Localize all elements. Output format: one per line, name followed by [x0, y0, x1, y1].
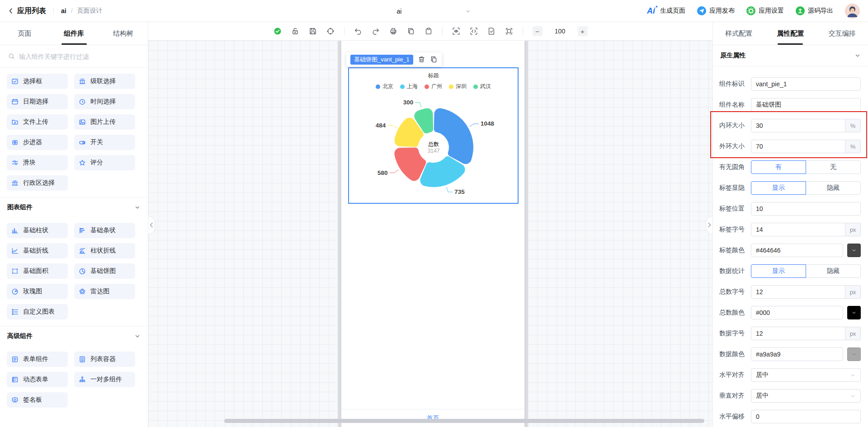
header-action-settings-gear[interactable]: 应用设置: [746, 6, 784, 15]
printer-icon[interactable]: [389, 27, 397, 35]
segment-option-0[interactable]: 显示: [751, 181, 806, 195]
field-control: 居中: [751, 368, 861, 382]
component-item-star[interactable]: 评分: [74, 155, 135, 170]
header-action-ai-logo[interactable]: Ai生成页面: [647, 6, 685, 16]
breadcrumb-app[interactable]: ai: [61, 7, 66, 14]
component-item-rose-chart[interactable]: 玫瑰图: [7, 284, 68, 299]
component-item-switch[interactable]: 开关: [74, 135, 135, 150]
component-search[interactable]: [0, 45, 148, 68]
preview-scan-icon[interactable]: [452, 27, 460, 35]
selected-pie-component[interactable]: 标题 北京 上海 广州 深圳 武汉 1048735580484300总数3147: [348, 67, 519, 204]
segment-option-1[interactable]: 隐藏: [806, 181, 861, 195]
unlock-icon[interactable]: [291, 27, 299, 35]
component-item-combo-chart[interactable]: 柱状折线: [74, 243, 135, 258]
field-input[interactable]: #000: [751, 306, 843, 319]
native-props-section-header[interactable]: 原生属性: [713, 45, 868, 66]
component-item-form[interactable]: 表单组件: [7, 352, 68, 367]
search-input[interactable]: [19, 53, 140, 60]
component-item-calendar[interactable]: 日期选择: [7, 94, 68, 109]
section-header-advanced[interactable]: 高级组件: [0, 326, 148, 346]
field-input[interactable]: 12: [751, 327, 845, 340]
color-swatch-button[interactable]: [847, 244, 861, 257]
component-item-stepper[interactable]: 步进器: [7, 135, 68, 150]
legend-item[interactable]: 广州: [425, 83, 442, 90]
copy-icon[interactable]: [407, 27, 415, 35]
field-input[interactable]: 30: [751, 119, 845, 132]
component-item-custom-chart[interactable]: 自定义图表: [7, 304, 68, 319]
component-item-slider[interactable]: 滑块: [7, 155, 68, 170]
zoom-out-button[interactable]: −: [533, 26, 542, 36]
field-input[interactable]: 70: [751, 140, 845, 153]
field-input[interactable]: 10: [751, 202, 861, 216]
component-item-line-chart[interactable]: 基础折线: [7, 243, 68, 258]
segment-option-0[interactable]: 显示: [751, 264, 806, 278]
color-swatch-button[interactable]: [847, 347, 861, 361]
component-item-hbar-chart[interactable]: 基础条状: [74, 223, 135, 238]
status-check-icon[interactable]: [274, 27, 282, 35]
collapse-left-panel-handle[interactable]: [148, 216, 155, 234]
legend-item[interactable]: 深圳: [449, 83, 467, 90]
page-select[interactable]: ai: [397, 0, 472, 22]
component-item-bar-chart[interactable]: 基础柱状: [7, 223, 68, 238]
field-select[interactable]: 居中: [751, 389, 861, 403]
color-swatch-button[interactable]: [847, 306, 861, 319]
legend-item[interactable]: 上海: [400, 83, 418, 90]
component-item-signboard[interactable]: 签名板: [7, 392, 68, 408]
field-control: 14px: [751, 223, 861, 236]
section-header-charts[interactable]: 图表组件: [0, 197, 148, 217]
undo-icon[interactable]: [354, 27, 362, 35]
code-scan-icon[interactable]: [470, 27, 478, 35]
sidebar-tab-1[interactable]: 组件库: [49, 22, 99, 45]
back-button[interactable]: 应用列表: [7, 6, 46, 16]
component-item-checkbox[interactable]: 选择框: [7, 74, 68, 89]
field-input[interactable]: 14: [751, 223, 845, 236]
field-input[interactable]: #a9a9a9: [751, 347, 843, 361]
canvas-grid[interactable]: 标题 北京 上海 广州 深圳 武汉 1048735580484300总数3147…: [148, 41, 712, 427]
component-item-list-container[interactable]: 列表容器: [74, 352, 135, 367]
pie-slice-广州[interactable]: [394, 148, 426, 181]
page-check-icon[interactable]: [487, 27, 495, 35]
component-item-dynamic-form[interactable]: 动态表单: [7, 372, 68, 387]
target-icon[interactable]: [326, 27, 335, 35]
inspector-tab-0[interactable]: 样式配置: [713, 22, 764, 45]
segment-option-1[interactable]: 无: [806, 160, 861, 174]
header-action-publish-plane[interactable]: 应用发布: [697, 6, 735, 15]
component-item-image-upload[interactable]: 图片上传: [74, 114, 135, 130]
field-input[interactable]: 基础饼图: [751, 98, 861, 112]
inspector-tab-2[interactable]: 交互编排: [816, 22, 868, 45]
horizontal-scrollbar[interactable]: [224, 419, 704, 423]
sidebar-tab-0[interactable]: 页面: [0, 22, 49, 45]
component-item-pie-chart[interactable]: 基础饼图: [74, 263, 135, 279]
save-icon[interactable]: [309, 27, 317, 35]
paste-icon[interactable]: [425, 27, 433, 35]
component-item-radar-chart[interactable]: 雷达图: [74, 284, 135, 299]
component-item-cascader[interactable]: 级联选择: [74, 74, 135, 89]
line-chart-icon: [11, 247, 19, 254]
component-item-district[interactable]: 行政区选择: [7, 175, 68, 191]
segment-option-1[interactable]: 隐藏: [806, 264, 861, 278]
component-item-folder-upload[interactable]: 文件上传: [7, 114, 68, 130]
redo-icon[interactable]: [372, 27, 380, 35]
avatar[interactable]: [845, 4, 860, 19]
component-item-area-chart[interactable]: 基础面积: [7, 263, 68, 279]
header-action-export-code[interactable]: 源码导出: [796, 6, 833, 15]
delete-icon[interactable]: [418, 56, 425, 63]
field-input[interactable]: vant_pie_1: [751, 77, 861, 91]
legend-item[interactable]: 北京: [376, 83, 393, 90]
legend-item[interactable]: 武汉: [473, 83, 491, 90]
segment-option-0[interactable]: 有: [751, 160, 806, 174]
component-item-clock[interactable]: 时间选择: [74, 94, 135, 109]
component-item-one-to-many[interactable]: 一对多组件: [74, 372, 135, 387]
inspector-tab-1[interactable]: 属性配置: [764, 22, 816, 45]
copy-component-icon[interactable]: [430, 56, 438, 63]
field-select[interactable]: 居中: [751, 368, 861, 382]
collapse-right-panel-handle[interactable]: [706, 216, 712, 234]
pie-slice-上海[interactable]: [420, 156, 465, 187]
field-input[interactable]: 12: [751, 285, 845, 299]
field-input[interactable]: #464646: [751, 244, 843, 257]
frame-icon[interactable]: [505, 27, 513, 35]
zoom-in-button[interactable]: +: [578, 26, 588, 36]
sidebar-tab-2[interactable]: 结构树: [99, 22, 148, 45]
field-input[interactable]: 0: [751, 410, 861, 423]
pie-slice-北京[interactable]: [434, 108, 473, 164]
